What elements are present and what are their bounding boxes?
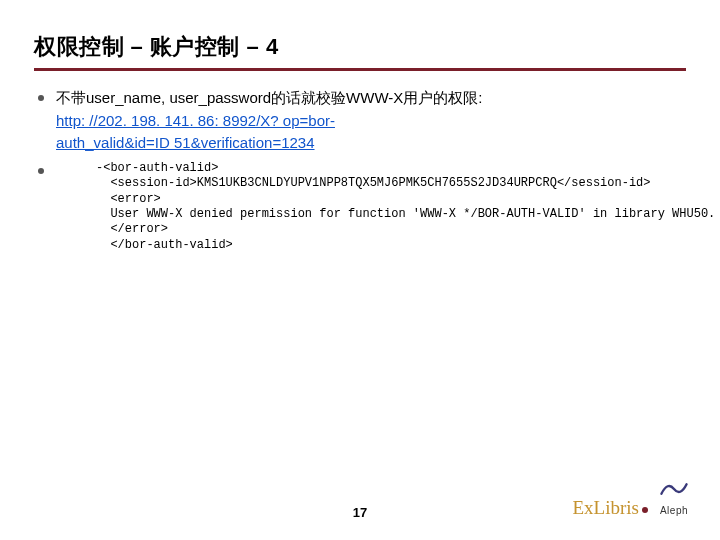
slide-body: 不带user_name, user_password的话就校验WWW-X用户的权…	[34, 87, 686, 253]
exlibris-logo: ExLibris	[573, 498, 649, 518]
slide-title: 权限控制 – 账户控制 – 4	[34, 34, 686, 71]
link-line-1: http: //202. 198. 141. 86: 8992/X? op=bo…	[56, 112, 335, 129]
link-line-2: auth_valid&id=ID 51&verification=1234	[56, 134, 315, 151]
aleph-swirl-icon	[658, 478, 690, 500]
slide: 权限控制 – 账户控制 – 4 不带user_name, user_passwo…	[0, 0, 720, 540]
exlibris-dot-icon	[642, 507, 648, 513]
brand-block: ExLibris Aleph	[573, 478, 691, 518]
bullet-item-1: 不带user_name, user_password的话就校验WWW-X用户的权…	[34, 87, 686, 155]
exlibris-text: ExLibris	[573, 497, 640, 518]
aleph-text: Aleph	[660, 505, 688, 516]
bullet-1-prefix: 不带user_name, user_password的话就校验WWW-X用户的权…	[56, 89, 482, 106]
bullet-list: 不带user_name, user_password的话就校验WWW-X用户的权…	[34, 87, 686, 253]
xml-response-block: -<bor-auth-valid> <session-id>KMS1UKB3CN…	[96, 161, 686, 253]
bullet-1-link[interactable]: http: //202. 198. 141. 86: 8992/X? op=bo…	[56, 110, 335, 155]
footer: 17 ExLibris Aleph	[0, 484, 720, 524]
page-number: 17	[353, 505, 367, 520]
aleph-logo-block: Aleph	[658, 478, 690, 518]
bullet-item-2: -<bor-auth-valid> <session-id>KMS1UKB3CN…	[34, 161, 686, 253]
